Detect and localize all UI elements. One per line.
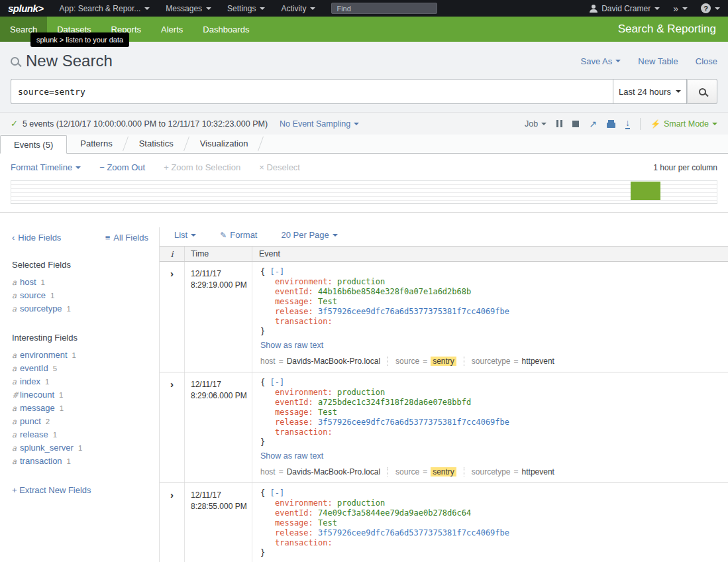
user-menu[interactable]: David Cramer xyxy=(590,4,660,13)
field-item[interactable]: a splunk_server 1 xyxy=(12,441,159,455)
json-value-release[interactable]: 3f57926cee9dfc76a6d5377375381f7cc4069fbe xyxy=(318,307,509,316)
search-query-input[interactable] xyxy=(11,79,613,104)
meta-source-value[interactable]: sentry xyxy=(431,357,456,366)
json-value-eventid[interactable]: 44b16b6be8584e328f0a07e1a6d2b68b xyxy=(318,287,471,296)
json-value-eventid[interactable]: 74e09cf3a5844ee79da9ae0b278d6c64 xyxy=(318,508,471,518)
splunk-logo[interactable]: splunk> xyxy=(8,3,44,14)
event-sampling-menu[interactable]: No Event Sampling xyxy=(280,119,359,129)
topbar-menu[interactable]: Settings xyxy=(227,4,265,13)
json-value-environment[interactable]: production xyxy=(337,498,385,508)
pause-icon[interactable] xyxy=(556,120,562,127)
field-item[interactable]: # linecount 1 xyxy=(12,388,159,402)
format-menu[interactable]: ✎ Format xyxy=(220,230,257,240)
field-name[interactable]: splunk_server xyxy=(20,441,74,455)
field-count: 1 xyxy=(53,428,57,441)
export-icon[interactable]: ↓ xyxy=(625,118,630,129)
topbar-menu[interactable]: Activity xyxy=(281,4,315,13)
json-close-brace: } xyxy=(260,327,265,336)
field-name[interactable]: host xyxy=(20,276,36,289)
search-submit-button[interactable] xyxy=(687,79,717,104)
field-item[interactable]: a eventId 5 xyxy=(12,362,159,375)
per-page-menu[interactable]: 20 Per Page xyxy=(281,230,337,240)
json-collapse-toggle[interactable]: [-] xyxy=(270,488,284,498)
field-name[interactable]: environment xyxy=(20,349,68,362)
json-collapse-toggle[interactable]: [-] xyxy=(270,378,284,387)
json-value-environment[interactable]: production xyxy=(337,388,385,397)
json-value-message[interactable]: Test xyxy=(318,518,337,528)
field-item[interactable]: a release 1 xyxy=(12,428,159,441)
field-name[interactable]: source xyxy=(20,289,46,302)
field-item[interactable]: a transaction 1 xyxy=(12,455,159,468)
event-date: 12/11/17 xyxy=(191,490,252,501)
timeline-bar[interactable] xyxy=(631,182,660,200)
field-name[interactable]: linecount xyxy=(20,388,54,402)
header-action[interactable]: New Table xyxy=(638,56,678,66)
meta-sourcetype-value[interactable]: httpevent xyxy=(522,357,554,366)
header-action[interactable]: Close xyxy=(696,56,717,66)
field-count: 1 xyxy=(45,375,49,388)
expand-chevron-icon[interactable]: › xyxy=(170,378,174,390)
timeline-chart[interactable] xyxy=(11,180,717,204)
json-value-message[interactable]: Test xyxy=(318,408,337,417)
result-tab[interactable]: Patterns xyxy=(67,135,125,153)
field-item[interactable]: a punct 2 xyxy=(12,415,159,428)
meta-divider xyxy=(464,467,464,477)
json-value-release[interactable]: 3f57926cee9dfc76a6d5377375381f7cc4069fbe xyxy=(318,418,509,427)
all-fields-button[interactable]: ≡ All Fields xyxy=(105,233,148,243)
field-type-icon: a xyxy=(12,276,20,289)
meta-sourcetype-value[interactable]: httpevent xyxy=(522,467,554,477)
share-icon[interactable]: ↗ xyxy=(589,119,597,129)
field-item[interactable]: a environment 1 xyxy=(12,349,159,362)
field-name[interactable]: message xyxy=(20,402,55,415)
zoom-out-button[interactable]: − Zoom Out xyxy=(99,162,145,172)
search-mode-menu[interactable]: ⚡ Smart Mode xyxy=(650,119,717,129)
field-item[interactable]: a message 1 xyxy=(12,402,159,415)
equals-sign: = xyxy=(279,467,284,477)
json-collapse-toggle[interactable]: [-] xyxy=(270,267,284,276)
field-name[interactable]: transaction xyxy=(20,455,62,468)
field-name[interactable]: sourcetype xyxy=(20,302,62,315)
expand-chevron-icon[interactable]: › xyxy=(170,489,174,500)
meta-host-value[interactable]: Davids-MacBook-Pro.local xyxy=(287,357,380,366)
result-tab[interactable]: Statistics xyxy=(126,135,187,153)
result-tab[interactable]: Visualization xyxy=(187,135,262,153)
caret-down-icon xyxy=(541,123,546,125)
format-timeline-menu[interactable]: Format Timeline xyxy=(11,162,81,172)
nav-tab[interactable]: Alerts xyxy=(151,17,193,42)
print-icon[interactable] xyxy=(607,123,615,128)
field-name[interactable]: eventId xyxy=(20,362,48,375)
json-key-release: release: xyxy=(275,307,313,316)
stop-icon[interactable] xyxy=(572,121,579,127)
meta-host-value[interactable]: Davids-MacBook-Pro.local xyxy=(287,467,380,477)
field-item[interactable]: a source 1 xyxy=(12,289,159,302)
activity-shortcut-menu[interactable]: » xyxy=(673,3,688,14)
job-menu[interactable]: Job xyxy=(525,119,546,129)
field-item[interactable]: a sourcetype 1 xyxy=(12,302,159,315)
show-raw-text-link[interactable]: Show as raw text xyxy=(260,451,323,461)
time-range-picker[interactable]: Last 24 hours xyxy=(613,79,687,104)
json-value-eventid[interactable]: a725bdec1c324f318f28da6e07e8bbfd xyxy=(318,398,471,407)
field-name[interactable]: index xyxy=(20,375,40,388)
json-value-message[interactable]: Test xyxy=(318,297,337,306)
search-header: New Search Save As New Table Close xyxy=(0,42,728,112)
nav-tab[interactable]: Dashboards xyxy=(193,17,259,42)
field-name[interactable]: punct xyxy=(20,415,41,428)
field-item[interactable]: a index 1 xyxy=(12,375,159,388)
header-action[interactable]: Save As xyxy=(581,56,621,66)
page-title: New Search xyxy=(26,52,113,70)
field-item[interactable]: a host 1 xyxy=(12,276,159,289)
expand-chevron-icon[interactable]: › xyxy=(170,268,174,279)
help-menu[interactable]: ? xyxy=(701,3,720,13)
topbar-menu[interactable]: App: Search & Repor... xyxy=(60,4,150,13)
topbar-menu[interactable]: Messages xyxy=(166,4,211,13)
extract-new-fields-link[interactable]: + Extract New Fields xyxy=(12,485,159,495)
hide-fields-button[interactable]: ‹ Hide Fields xyxy=(12,233,61,243)
field-name[interactable]: release xyxy=(20,428,48,441)
json-value-release[interactable]: 3f57926cee9dfc76a6d5377375381f7cc4069fbe xyxy=(318,528,509,537)
find-input[interactable] xyxy=(331,3,437,14)
json-value-environment[interactable]: production xyxy=(337,277,385,286)
result-tab[interactable]: Events (5) xyxy=(0,135,67,154)
list-type-menu[interactable]: List xyxy=(174,230,196,240)
meta-source-value[interactable]: sentry xyxy=(431,467,456,477)
show-raw-text-link[interactable]: Show as raw text xyxy=(260,341,323,350)
